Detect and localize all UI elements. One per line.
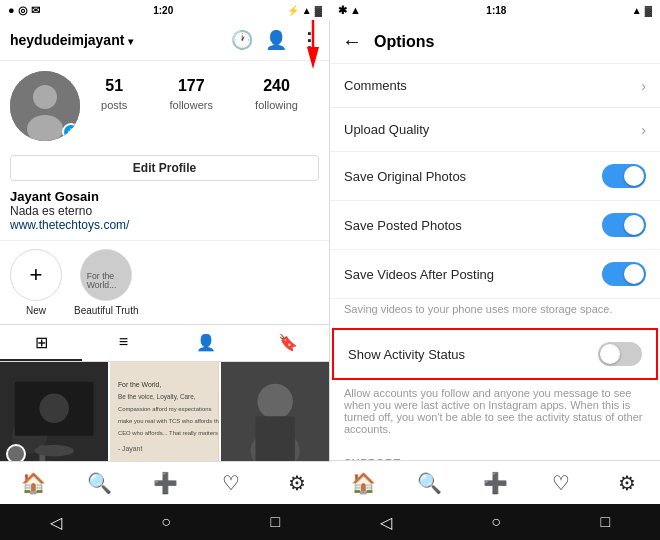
profile-tabs: ⊞ ≡ 👤 🔖 <box>0 324 329 362</box>
right-panel: ← Options Comments › Upload Quality › Sa… <box>330 20 660 504</box>
upload-quality-label: Upload Quality <box>344 122 429 137</box>
save-videos-toggle[interactable] <box>602 262 646 286</box>
options-list: Comments › Upload Quality › Save Origina… <box>330 64 660 460</box>
save-videos-label: Save Videos After Posting <box>344 267 494 282</box>
edit-profile-label: Edit Profile <box>133 161 196 175</box>
nav-search-right[interactable]: 🔍 <box>396 461 462 504</box>
android-home-left[interactable]: ○ <box>161 513 171 532</box>
mail-icon: ✉ <box>31 4 40 17</box>
option-upload-quality[interactable]: Upload Quality › <box>330 108 660 152</box>
android-back-left[interactable]: ◁ <box>50 513 62 532</box>
main-content: heydudeimjayant ▾ 🕐 👤 ⋮ <box>0 20 660 504</box>
support-section-label: SUPPORT <box>330 445 660 460</box>
nav-search[interactable]: 🔍 <box>66 462 132 504</box>
followers-stat[interactable]: 177 followers <box>170 77 213 113</box>
highlight-beautiful-truth[interactable]: For the World... Beautiful Truth <box>74 249 138 316</box>
save-original-toggle[interactable] <box>602 164 646 188</box>
username-dropdown-arrow[interactable]: ▾ <box>128 36 133 47</box>
tab-tagged[interactable]: 👤 <box>165 325 247 361</box>
posts-label: posts <box>101 99 127 111</box>
options-title: Options <box>374 33 434 51</box>
left-panel-wrapper: heydudeimjayant ▾ 🕐 👤 ⋮ <box>0 20 330 504</box>
red-arrow-svg <box>285 20 325 69</box>
nav-home[interactable]: 🏠 <box>0 462 66 504</box>
android-back-right[interactable]: ◁ <box>380 513 392 532</box>
following-stat[interactable]: 240 following <box>255 77 298 113</box>
highlight-bt-label: Beautiful Truth <box>74 305 138 316</box>
nav-profile[interactable]: ⚙ <box>264 462 330 504</box>
wifi-icon: ▲ <box>302 5 312 16</box>
bluetooth-icon: ⚡ <box>287 5 299 16</box>
svg-point-12 <box>39 394 69 424</box>
android-recents-right[interactable]: □ <box>601 513 611 532</box>
toggle-knob-save-posted <box>624 215 644 235</box>
comments-label: Comments <box>344 78 407 93</box>
nav-heart[interactable]: ♡ <box>198 462 264 504</box>
grid-item-2[interactable]: For the World, Be the voice, Loyalty, Ca… <box>110 362 218 461</box>
add-story-badge[interactable]: + <box>62 123 80 141</box>
username-text: heydudeimjayant <box>10 32 124 48</box>
profile-info: Jayant Gosain Nada es eterno www.thetech… <box>0 189 329 240</box>
followers-count: 177 <box>170 77 213 95</box>
following-count: 240 <box>255 77 298 95</box>
archive-icon[interactable]: 🕐 <box>231 29 253 51</box>
save-videos-sublabel: Saving videos to your phone uses more st… <box>330 299 660 325</box>
bottom-nav-left: 🏠 🔍 ➕ ♡ ⚙ <box>0 461 330 504</box>
posts-count: 51 <box>101 77 127 95</box>
toggle-knob-activity <box>600 344 620 364</box>
battery-icon: ▓ <box>315 5 322 16</box>
status-right-icons-right: ▲ ▓ <box>632 5 652 16</box>
svg-text:World...: World... <box>87 280 117 290</box>
svg-point-23 <box>257 384 292 419</box>
grid-item-3[interactable] <box>221 362 329 461</box>
highlight-new[interactable]: + New <box>10 249 62 316</box>
back-button[interactable]: ← <box>342 30 362 53</box>
svg-text:Compassion afford my expectati: Compassion afford my expectations <box>118 406 212 412</box>
time-right: 1:18 <box>486 5 506 16</box>
tab-saved[interactable]: 🔖 <box>247 325 329 361</box>
android-nav-left: ◁ ○ □ <box>0 513 330 532</box>
android-nav: ◁ ○ □ ◁ ○ □ <box>0 504 660 540</box>
nav-add-right[interactable]: ➕ <box>462 461 528 504</box>
highlight-new-label: New <box>26 305 46 316</box>
grid-icon: ⊞ <box>35 333 48 352</box>
profile-username: heydudeimjayant ▾ <box>10 32 231 48</box>
spotify-icon: ● <box>8 4 15 16</box>
activity-status-toggle[interactable] <box>598 342 642 366</box>
add-person-icon[interactable]: 👤 <box>265 29 287 51</box>
tab-grid[interactable]: ⊞ <box>0 325 82 361</box>
nav-add[interactable]: ➕ <box>132 462 198 504</box>
svg-text:Be the voice, Loyalty, Care,: Be the voice, Loyalty, Care, <box>118 393 196 401</box>
tag-icon: 👤 <box>196 333 216 352</box>
status-bar-left: ● ◎ ✉ 1:20 ⚡ ▲ ▓ <box>0 0 330 20</box>
android-recents-left[interactable]: □ <box>271 513 281 532</box>
posts-stat[interactable]: 51 posts <box>101 77 127 113</box>
profile-link[interactable]: www.thetechtoys.com/ <box>10 218 319 232</box>
status-app-icons-right: ✱ ▲ <box>338 4 361 17</box>
profile-stats: + 51 posts 177 followers 240 following <box>0 61 329 151</box>
list-icon: ≡ <box>119 333 128 351</box>
nav-home-right[interactable]: 🏠 <box>330 461 396 504</box>
followers-label: followers <box>170 99 213 111</box>
android-nav-right: ◁ ○ □ <box>330 513 660 532</box>
bt-icon: ✱ <box>338 4 347 17</box>
grid-item-1[interactable] <box>0 362 108 461</box>
tab-list[interactable]: ≡ <box>82 325 164 361</box>
comments-arrow: › <box>641 78 646 94</box>
save-posted-toggle[interactable] <box>602 213 646 237</box>
nav-heart-right[interactable]: ♡ <box>528 461 594 504</box>
stats-group: 51 posts 177 followers 240 following <box>80 71 319 113</box>
nav-profile-right[interactable]: ⚙ <box>594 461 660 504</box>
android-home-right[interactable]: ○ <box>491 513 501 532</box>
svg-text:make you real with TCS who aff: make you real with TCS who affords the <box>118 418 218 424</box>
svg-rect-25 <box>255 416 294 461</box>
activity-status-description: Allow accounts you follow and anyone you… <box>330 383 660 445</box>
svg-point-14 <box>34 445 73 457</box>
status-bar-right: ✱ ▲ 1:18 ▲ ▓ <box>330 0 660 20</box>
edit-profile-button[interactable]: Edit Profile <box>10 155 319 181</box>
status-right-icons-left: ⚡ ▲ ▓ <box>287 5 322 16</box>
option-save-posted: Save Posted Photos <box>330 201 660 250</box>
wifi-indicator: ▲ <box>350 4 361 16</box>
toggle-knob-save-videos <box>624 264 644 284</box>
option-comments[interactable]: Comments › <box>330 64 660 108</box>
